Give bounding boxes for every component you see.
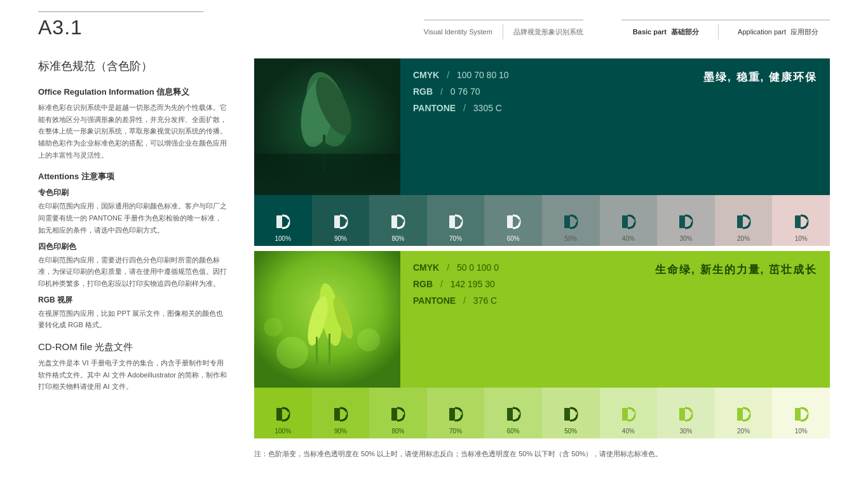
svg-rect-40 bbox=[401, 412, 404, 415]
svg-rect-25 bbox=[804, 219, 808, 222]
pantone-vals-1: 3305 C bbox=[473, 103, 502, 113]
special-print-heading: 专色印刷 bbox=[38, 187, 229, 198]
vi-system-label: Visual Identity System bbox=[424, 28, 492, 36]
swatch-dark-7: 30% bbox=[657, 195, 715, 246]
svg-rect-11 bbox=[401, 219, 404, 222]
attention-heading: Attentions 注意事项 bbox=[38, 171, 229, 182]
swatch-lime-2: 80% bbox=[369, 388, 427, 438]
svg-rect-54 bbox=[804, 412, 808, 415]
svg-rect-37 bbox=[334, 408, 340, 421]
svg-rect-21 bbox=[689, 219, 692, 222]
cmyk-label-2: CMYK bbox=[413, 262, 439, 273]
svg-rect-44 bbox=[517, 412, 520, 415]
color1-tagline: 墨绿, 稳重, 健康环保 bbox=[703, 70, 817, 85]
color-block-2-top: CMYK / 50 0 100 0 RGB / 142 195 30 PANTO… bbox=[254, 251, 830, 388]
pantone-vals-2: 376 C bbox=[473, 295, 497, 306]
nav-right: Basic part 基础部分 Application part 应用部分 bbox=[621, 20, 830, 39]
svg-rect-39 bbox=[391, 408, 397, 421]
swatch-dark-0: 100% bbox=[254, 195, 312, 246]
svg-rect-22 bbox=[737, 215, 743, 228]
rgb-vals-2: 142 195 30 bbox=[451, 279, 495, 289]
swatch-lime-9: 10% bbox=[772, 388, 830, 438]
info-heading: Office Regulation Information 信息释义 bbox=[38, 86, 229, 98]
rgb-heading: RGB 视屏 bbox=[38, 295, 229, 306]
svg-rect-49 bbox=[679, 408, 685, 421]
svg-point-34 bbox=[264, 318, 283, 337]
nav-basic[interactable]: Basic part 基础部分 bbox=[621, 27, 710, 37]
svg-rect-51 bbox=[737, 408, 743, 421]
svg-rect-4 bbox=[323, 135, 325, 173]
info-text: 标准色彩在识别系统中是超越一切形态而为先的个性载体。它能有效地区分与强调形象的差… bbox=[38, 102, 229, 161]
swatch-lime-6: 40% bbox=[600, 388, 658, 438]
svg-rect-53 bbox=[795, 408, 801, 421]
swatch-lime-7: 30% bbox=[657, 388, 715, 438]
cd-text: 光盘文件是本 VI 手册电子文件的集合，内含手册制作时专用软件格式文件。其中 A… bbox=[38, 357, 229, 393]
special-print-text: 在印刷范围内应用，国际通用的印刷颜色标准。客户与印厂之间需要有统一的 PANTO… bbox=[38, 200, 229, 236]
svg-rect-17 bbox=[574, 219, 577, 222]
swatches-row-1: 100% 90% 80% 70% 60% 50% 40% 30% bbox=[254, 195, 830, 246]
svg-rect-15 bbox=[517, 219, 520, 222]
pantone-label-2: PANTONE bbox=[413, 295, 456, 306]
nav-basic-en: Basic part bbox=[633, 28, 667, 36]
vi-system-cn: 品牌视觉形象识别系统 bbox=[513, 27, 583, 37]
right-panel: CMYK / 100 70 80 10 RGB / 0 76 70 PANTON… bbox=[254, 58, 830, 460]
nav-application[interactable]: Application part 应用部分 bbox=[726, 27, 830, 37]
cmyk-vals-1: 100 70 80 10 bbox=[457, 70, 509, 80]
svg-point-33 bbox=[357, 329, 380, 351]
swatch-lime-3: 70% bbox=[427, 388, 485, 438]
swatch-lime-0: 100% bbox=[254, 388, 312, 438]
color1-rgb: RGB / 0 76 70 bbox=[413, 86, 817, 97]
swatch-lime-5: 50% bbox=[542, 388, 600, 438]
svg-rect-8 bbox=[334, 215, 340, 228]
pantone-label-1: PANTONE bbox=[413, 103, 456, 113]
page-header: A3.1 Visual Identity System 品牌视觉形象识别系统 B… bbox=[0, 0, 868, 46]
svg-rect-45 bbox=[564, 408, 570, 421]
svg-rect-6 bbox=[276, 215, 282, 228]
swatch-lime-8: 20% bbox=[715, 388, 773, 438]
svg-rect-10 bbox=[391, 215, 397, 228]
svg-rect-46 bbox=[574, 412, 577, 415]
svg-rect-12 bbox=[449, 215, 455, 228]
swatch-dark-3: 70% bbox=[427, 195, 485, 246]
svg-rect-38 bbox=[344, 412, 347, 415]
four-color-text: 在印刷范围内应用，需要进行四色分色印刷时所需的颜色标准，为保证印刷的色彩质量，请… bbox=[38, 254, 229, 290]
rgb-vals-1: 0 76 70 bbox=[451, 86, 480, 97]
nav-basic-cn: 基础部分 bbox=[671, 28, 699, 36]
color-block-2: CMYK / 50 0 100 0 RGB / 142 195 30 PANTO… bbox=[254, 251, 830, 438]
swatch-dark-4: 60% bbox=[484, 195, 542, 246]
svg-rect-16 bbox=[564, 215, 570, 228]
center-header: Visual Identity System 品牌视觉形象识别系统 bbox=[424, 20, 583, 39]
color-block-1: CMYK / 100 70 80 10 RGB / 0 76 70 PANTON… bbox=[254, 58, 830, 246]
header-left: A3.1 bbox=[38, 11, 203, 39]
swatch-lime-1: 90% bbox=[312, 388, 370, 438]
color2-rgb: RGB / 142 195 30 bbox=[413, 279, 817, 289]
color1-pantone: PANTONE / 3305 C bbox=[413, 103, 817, 113]
svg-rect-14 bbox=[507, 215, 513, 228]
left-panel: 标准色规范（含色阶） Office Regulation Information… bbox=[38, 58, 235, 460]
nav-divider bbox=[718, 24, 719, 39]
page-number: A3.1 bbox=[38, 16, 203, 39]
cmyk-label-1: CMYK bbox=[413, 70, 439, 80]
color2-tagline: 生命绿, 新生的力量, 茁壮成长 bbox=[655, 262, 817, 277]
svg-rect-19 bbox=[632, 219, 635, 222]
swatch-dark-2: 80% bbox=[369, 195, 427, 246]
svg-rect-13 bbox=[459, 219, 462, 222]
attention-section: Attentions 注意事项 专色印刷 在印刷范围内应用，国际通用的印刷颜色标… bbox=[38, 171, 229, 331]
header-line bbox=[38, 11, 203, 12]
page-content: 标准色规范（含色阶） Office Regulation Information… bbox=[0, 46, 868, 466]
svg-rect-52 bbox=[747, 412, 750, 415]
rgb-label-1: RGB bbox=[413, 86, 433, 97]
swatch-dark-1: 90% bbox=[312, 195, 370, 246]
color2-pantone: PANTONE / 376 C bbox=[413, 295, 817, 306]
cd-heading: CD-ROM file 光盘文件 bbox=[38, 341, 229, 353]
swatch-dark-5: 50% bbox=[542, 195, 600, 246]
svg-rect-36 bbox=[286, 412, 289, 415]
info-section: Office Regulation Information 信息释义 标准色彩在… bbox=[38, 86, 229, 161]
rgb-text: 在视屏范围内应用，比如 PPT 展示文件，图像相关的颜色也要转化成 RGB 格式… bbox=[38, 308, 229, 331]
svg-rect-35 bbox=[276, 408, 282, 421]
photo-lime-green bbox=[254, 251, 400, 388]
svg-rect-24 bbox=[795, 215, 801, 228]
svg-rect-43 bbox=[507, 408, 513, 421]
bottom-note: 注：色阶渐变，当标准色透明度在 50% 以上时，请使用标志反白；当标准色透明度在… bbox=[254, 444, 830, 460]
cd-section: CD-ROM file 光盘文件 光盘文件是本 VI 手册电子文件的集合，内含手… bbox=[38, 341, 229, 393]
